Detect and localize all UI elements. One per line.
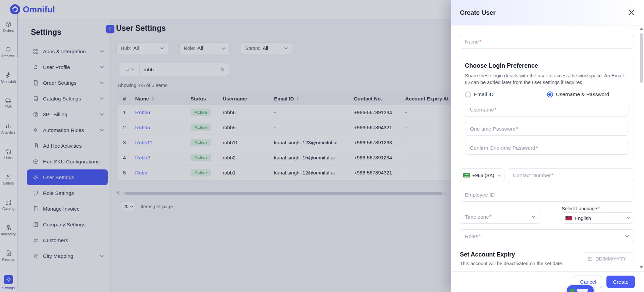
login-preference-description: Share these login details with the user …	[465, 72, 629, 86]
confirm-otp-placeholder: Confirm One-time Password	[470, 145, 538, 151]
account-expiry-heading: Set Account Expiry	[460, 251, 564, 258]
chevron-down-icon	[625, 235, 629, 237]
employee-id-placeholder: Employee ID	[465, 192, 495, 198]
language-label: Select Language	[562, 206, 634, 211]
account-expiry-text: Set Account Expiry This account will be …	[460, 251, 564, 266]
drawer-footer: Cancel Create	[451, 271, 644, 292]
create-button[interactable]: Create	[606, 276, 635, 288]
contact-number-field[interactable]: Contact Number	[508, 168, 634, 182]
date-placeholder: DD/MM/YYYY	[595, 256, 626, 262]
radio-unchecked-icon	[465, 91, 471, 97]
expiry-date-input[interactable]: DD/MM/YYYY	[584, 252, 634, 265]
login-preference-heading: Choose Login Preference	[465, 62, 629, 69]
drawer-title: Create User	[460, 9, 496, 16]
radio-label: Username & Password	[556, 91, 609, 97]
confirm-one-time-password-field[interactable]: Confirm One-time Password	[465, 141, 629, 155]
chevron-down-icon	[498, 174, 501, 176]
country-code-select[interactable]: +966 (SA)	[460, 168, 504, 182]
drawer-scrollbar	[639, 27, 643, 269]
phone-row: +966 (SA) Contact Number	[460, 168, 634, 182]
close-icon	[629, 10, 634, 15]
one-time-password-field[interactable]: One-time Password	[465, 122, 629, 136]
email-id-radio[interactable]: Email ID	[465, 91, 547, 97]
timezone-placeholder: Time zone	[465, 214, 491, 220]
name-field[interactable]: Name	[460, 35, 634, 49]
drawer-body: Name Choose Login Preference Share these…	[451, 25, 644, 271]
scroll-down-icon[interactable]	[640, 266, 643, 269]
timezone-language-row: Time zone Select Language English	[460, 206, 634, 224]
close-button[interactable]	[628, 9, 635, 16]
login-preference-card: Choose Login Preference Share these logi…	[460, 56, 634, 161]
employee-id-field[interactable]: Employee ID	[460, 188, 634, 202]
username-password-radio[interactable]: Username & Password	[547, 91, 629, 97]
create-user-drawer: Create User Name Choose Login Preference…	[451, 0, 644, 292]
account-expiry-description: This account will be deactivated on the …	[460, 261, 564, 266]
radio-label: Email ID	[474, 91, 494, 97]
saudi-flag-icon	[463, 173, 470, 177]
drawer-header: Create User	[451, 0, 644, 25]
contact-number-placeholder: Contact Number	[513, 172, 553, 178]
otp-placeholder: One-time Password	[470, 126, 518, 132]
chevron-down-icon	[532, 216, 535, 218]
chat-launcher-flag	[570, 289, 575, 292]
username-field[interactable]: Username	[465, 103, 629, 117]
chat-launcher-text	[577, 289, 588, 292]
language-value: English	[575, 215, 591, 221]
language-select[interactable]: English	[562, 212, 634, 224]
radio-checked-icon	[547, 91, 553, 97]
chat-launcher[interactable]	[567, 285, 594, 292]
drawer-scrollbar-thumb[interactable]	[640, 33, 643, 83]
roles-select[interactable]: Roles	[460, 229, 634, 243]
us-flag-icon	[566, 216, 572, 220]
app-screen: Omniful Orders Returns Omnishift TMS	[0, 0, 644, 292]
chevron-down-icon	[627, 217, 630, 219]
timezone-select[interactable]: Time zone	[460, 210, 540, 224]
roles-placeholder: Roles	[465, 233, 481, 239]
language-column: Select Language English	[562, 206, 634, 224]
scroll-up-icon[interactable]	[640, 27, 643, 30]
username-placeholder: Username	[470, 107, 496, 113]
calendar-icon	[588, 256, 593, 261]
country-code-value: +966 (SA)	[472, 173, 494, 178]
name-placeholder: Name	[465, 39, 481, 45]
account-expiry-section: Set Account Expiry This account will be …	[460, 251, 634, 266]
login-preference-options: Email ID Username & Password	[465, 91, 629, 97]
